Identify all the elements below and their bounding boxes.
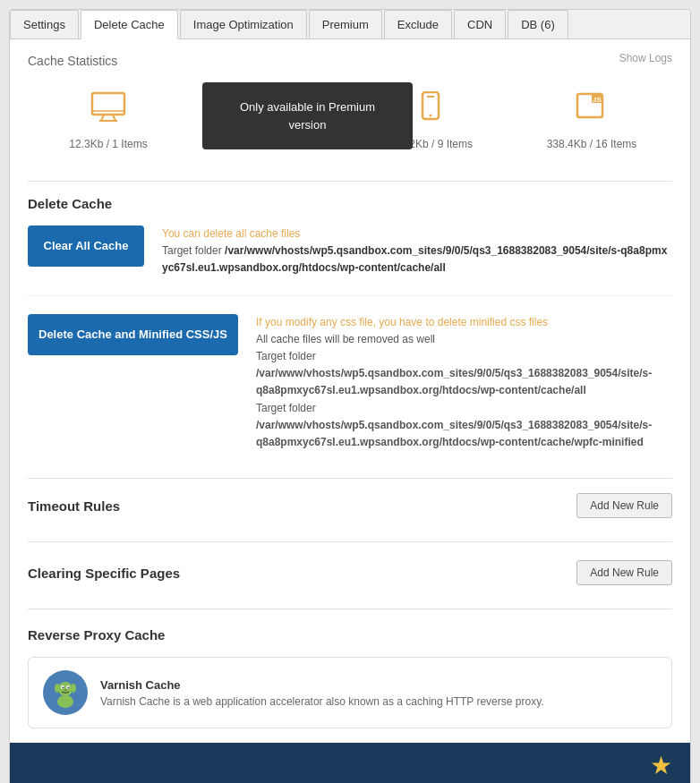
clearing-specific-pages-section: Clearing Specific Pages Add New Rule bbox=[28, 560, 672, 609]
show-logs-link[interactable]: Show Logs bbox=[619, 52, 672, 64]
divider-2 bbox=[28, 478, 672, 479]
timeout-rules-title: Timeout Rules bbox=[28, 498, 120, 514]
monitor-icon bbox=[90, 91, 126, 131]
clearing-add-rule-button[interactable]: Add New Rule bbox=[576, 560, 672, 585]
clearing-specific-pages-title: Clearing Specific Pages bbox=[28, 566, 180, 581]
tab-delete-cache[interactable]: Delete Cache bbox=[81, 10, 178, 39]
svg-point-17 bbox=[57, 695, 73, 708]
stat-label-js: 338.4Kb / 16 Items bbox=[547, 138, 637, 150]
minified-info-line2: All cache files will be removed as well bbox=[256, 331, 672, 348]
clear-info-line1: You can delete all cache files bbox=[162, 226, 672, 243]
clear-all-cache-info: You can delete all cache files Target fo… bbox=[162, 226, 672, 277]
svg-point-23 bbox=[55, 684, 60, 693]
delete-minified-cache-info: If you modify any css file, you have to … bbox=[256, 314, 672, 452]
tab-premium[interactable]: Premium bbox=[309, 10, 382, 38]
delete-minified-cache-button[interactable]: Delete Cache and Minified CSS/JS bbox=[28, 314, 238, 355]
clearing-specific-pages-header: Clearing Specific Pages Add New Rule bbox=[28, 560, 672, 585]
star-icon: ★ bbox=[650, 751, 672, 780]
main-container: Settings Delete Cache Image Optimization… bbox=[9, 9, 691, 783]
clear-all-cache-button[interactable]: Clear All Cache bbox=[28, 226, 144, 267]
stats-row: 12.3Kb / 1 Items 12.4Kb / 1 Items bbox=[28, 82, 672, 159]
minified-info-path1: Target folder /var/www/vhosts/wp5.qsandb… bbox=[256, 348, 672, 400]
minified-info-line1: If you modify any css file, you have to … bbox=[256, 314, 672, 331]
bottom-bar: ★ bbox=[10, 743, 690, 783]
reverse-proxy-cache-title: Reverse Proxy Cache bbox=[28, 627, 672, 643]
tab-exclude[interactable]: Exclude bbox=[384, 10, 452, 38]
stat-item-monitor: 12.3Kb / 1 Items bbox=[28, 82, 189, 159]
tabs-bar: Settings Delete Cache Image Optimization… bbox=[10, 10, 690, 39]
svg-point-20 bbox=[63, 687, 64, 689]
svg-text:JS: JS bbox=[593, 96, 602, 104]
mobile-icon bbox=[413, 91, 448, 131]
divider-1 bbox=[28, 181, 672, 182]
tab-settings[interactable]: Settings bbox=[10, 10, 79, 38]
timeout-rules-section: Timeout Rules Add New Rule bbox=[28, 493, 672, 542]
premium-tooltip: Only available in Premium version bbox=[202, 82, 413, 149]
stat-label-monitor: 12.3Kb / 1 Items bbox=[69, 138, 147, 150]
timeout-add-rule-button[interactable]: Add New Rule bbox=[576, 493, 672, 518]
tab-db[interactable]: DB (6) bbox=[508, 10, 568, 38]
delete-cache-title: Delete Cache bbox=[28, 196, 672, 211]
tab-image-optimization[interactable]: Image Optimization bbox=[180, 10, 307, 38]
reverse-proxy-cache-section: Reverse Proxy Cache bbox=[28, 627, 672, 728]
timeout-rules-header: Timeout Rules Add New Rule bbox=[28, 493, 672, 518]
varnish-name: Varnish Cache bbox=[100, 678, 544, 692]
content-area: Show Logs Cache Statistics 12.3Kb / 1 It… bbox=[10, 39, 690, 743]
js-icon: JS bbox=[574, 91, 610, 131]
varnish-card: Varnish Cache Varnish Cache is a web app… bbox=[28, 657, 672, 728]
delete-minified-cache-row: Delete Cache and Minified CSS/JS If you … bbox=[28, 314, 672, 470]
stat-item-js: JS 338.4Kb / 16 Items bbox=[511, 82, 672, 159]
tab-cdn[interactable]: CDN bbox=[454, 10, 506, 38]
clear-info-line2: Target folder /var/www/vhosts/wp5.qsandb… bbox=[162, 243, 672, 277]
varnish-info: Varnish Cache Varnish Cache is a web app… bbox=[100, 678, 544, 708]
svg-point-24 bbox=[71, 684, 76, 693]
svg-point-10 bbox=[430, 115, 432, 117]
clear-all-cache-row: Clear All Cache You can delete all cache… bbox=[28, 226, 672, 296]
svg-point-21 bbox=[68, 687, 70, 689]
cache-statistics-title: Cache Statistics bbox=[28, 54, 672, 68]
varnish-description: Varnish Cache is a web application accel… bbox=[100, 695, 544, 708]
svg-point-22 bbox=[64, 689, 67, 692]
varnish-avatar bbox=[43, 670, 88, 715]
minified-info-path2: Target folder /var/www/vhosts/wp5.qsandb… bbox=[256, 400, 672, 452]
